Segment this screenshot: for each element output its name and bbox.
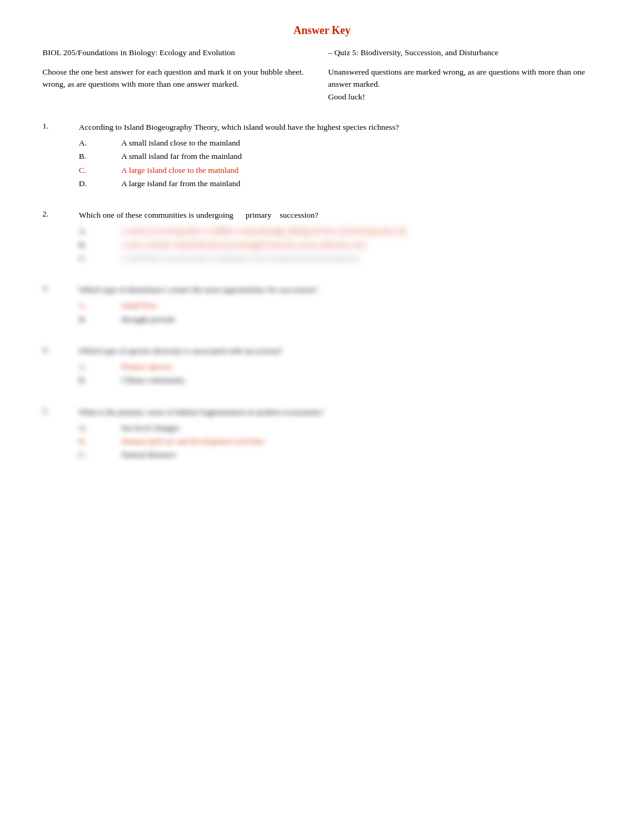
question-3-content: Which type of disturbance creates the mo…: [79, 284, 602, 327]
question-3-text: Which type of disturbance creates the mo…: [79, 284, 602, 296]
choice-4a-letter: A.: [79, 361, 121, 373]
question-2-choices-blurred: A. A forest recovering after a wildfire …: [79, 225, 602, 264]
question-5: 5. What is the primary cause of habitat …: [42, 406, 602, 463]
choice-5b: B. Human land use and development activi…: [79, 435, 602, 448]
choice-2b-blurred: B. A new volcanic island that has just e…: [79, 239, 602, 251]
choice-1c-letter: C.: [79, 164, 121, 176]
choice-3b: B. Drought periods: [79, 314, 602, 326]
question-1-content: According to Island Biogeography Theory,…: [79, 121, 602, 191]
question-4-text: Which type of species diversity is assoc…: [79, 345, 602, 357]
question-2: 2. Which one of these communities is und…: [42, 209, 602, 266]
choice-1b: B. A small island far from the mainland: [79, 150, 602, 163]
choice-5b-letter: B.: [79, 435, 121, 448]
choice-4a-text: Pioneer species: [121, 361, 602, 373]
choice-2b-letter-blurred: B.: [79, 239, 121, 251]
choice-1b-letter: B.: [79, 150, 121, 163]
question-4: 4. Which type of species diversity is as…: [42, 345, 602, 388]
choice-3a-text: Small fires: [121, 300, 602, 312]
choice-1b-text: A small island far from the mainland: [121, 150, 602, 163]
question-3-number: 3.: [42, 284, 79, 327]
question-2-text: Which one of these communities is underg…: [79, 209, 602, 221]
quiz-info: – Quiz 5: Biodiversity, Succession, and …: [316, 48, 602, 58]
choice-1a-letter: A.: [79, 137, 121, 149]
choice-4b: B. Climax community: [79, 374, 602, 386]
choice-5a-letter: A.: [79, 422, 121, 434]
question-3: 3. Which type of disturbance creates the…: [42, 284, 602, 327]
question-4-content: Which type of species diversity is assoc…: [79, 345, 602, 388]
choice-2a-letter-blurred: A.: [79, 225, 121, 237]
instructions-text-left: Choose the one best answer for each ques…: [42, 67, 304, 76]
choice-4a: A. Pioneer species: [79, 361, 602, 373]
choice-2c-text-blurred: A field that was previously a parking lo…: [121, 252, 602, 264]
choice-3b-text: Drought periods: [121, 314, 602, 326]
question-5-text: What is the primary cause of habitat fra…: [79, 406, 602, 418]
choice-5a: A. Sea level changes: [79, 422, 602, 434]
question-5-content: What is the primary cause of habitat fra…: [79, 406, 602, 463]
instructions-text-right: Unanswered questions are marked wrong, a…: [328, 67, 585, 89]
choice-4b-text: Climax community: [121, 374, 602, 386]
course-info: BIOL 205/Foundations in Biology: Ecology…: [42, 48, 316, 58]
question-5-choices: A. Sea level changes B. Human land use a…: [79, 422, 602, 461]
choice-5c-text: Natural disasters: [121, 449, 602, 461]
instructions-text-wrong: wrong, as are questions with more than o…: [42, 79, 239, 89]
choice-2c-letter-blurred: C.: [79, 252, 121, 264]
question-3-choices: A. Small fires B. Drought periods: [79, 300, 602, 326]
good-luck-text: Good luck!: [328, 92, 365, 101]
choice-2a-blurred: A. A forest recovering after a wildfire …: [79, 225, 602, 237]
choice-2c-blurred: C. A field that was previously a parking…: [79, 252, 602, 264]
choice-1d-letter: D.: [79, 178, 121, 190]
choice-1a-text: A small island close to the mainland: [121, 137, 602, 149]
choice-1c-text: A large island close to the mainland: [121, 164, 602, 176]
choice-5a-text: Sea level changes: [121, 422, 602, 434]
choice-4b-letter: B.: [79, 374, 121, 386]
page-title: Answer Key: [42, 24, 602, 37]
question-1-text: According to Island Biogeography Theory,…: [79, 121, 602, 133]
question-1-number: 1.: [42, 121, 79, 191]
question-2-content: Which one of these communities is underg…: [79, 209, 602, 266]
choice-2a-text-blurred: A forest recovering after a wildfire swe…: [121, 225, 602, 237]
choice-3a: A. Small fires: [79, 300, 602, 312]
question-2-number: 2.: [42, 209, 79, 266]
question-5-number: 5.: [42, 406, 79, 463]
choice-5b-text: Human land use and development activitie…: [121, 435, 602, 448]
choice-1c: C. A large island close to the mainland: [79, 164, 602, 176]
question-1-choices: A. A small island close to the mainland …: [79, 137, 602, 190]
choice-5c-letter: C.: [79, 449, 121, 461]
choice-1d: D. A large island far from the mainland: [79, 178, 602, 190]
question-4-choices: A. Pioneer species B. Climax community: [79, 361, 602, 387]
choice-1d-text: A large island far from the mainland: [121, 178, 602, 190]
question-1: 1. According to Island Biogeography Theo…: [42, 121, 602, 191]
question-4-number: 4.: [42, 345, 79, 388]
choice-3b-letter: B.: [79, 314, 121, 326]
choice-2b-text-blurred: A new volcanic island that has just emer…: [121, 239, 602, 251]
choice-5c: C. Natural disasters: [79, 449, 602, 461]
choice-3a-letter: A.: [79, 300, 121, 312]
choice-1a: A. A small island close to the mainland: [79, 137, 602, 149]
